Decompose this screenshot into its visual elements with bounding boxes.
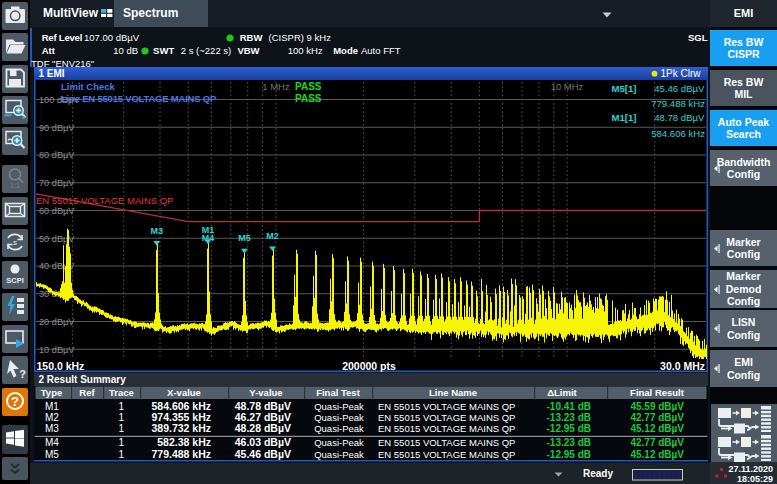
svg-text:M5: M5 <box>45 449 59 460</box>
svg-text:ΔLimit: ΔLimit <box>547 387 577 398</box>
svg-text:M5[1]: M5[1] <box>612 83 637 94</box>
svg-text:10 dBµV: 10 dBµV <box>39 345 75 355</box>
svg-text:Quasi-Peak: Quasi-Peak <box>314 412 364 423</box>
svg-text:Trace: Trace <box>109 387 134 398</box>
svg-text:Quasi-Peak: Quasi-Peak <box>314 401 364 412</box>
svg-text:60 dBµV: 60 dBµV <box>39 206 75 216</box>
svg-text:42.77 dBµV: 42.77 dBµV <box>630 437 684 448</box>
svg-text:1: 1 <box>118 412 124 423</box>
svg-text:M2: M2 <box>45 412 59 423</box>
svg-text:Line Name: Line Name <box>429 387 477 398</box>
svg-text:SCPI: SCPI <box>6 276 24 285</box>
svg-text:45.12 dBµV: 45.12 dBµV <box>630 423 684 434</box>
svg-text:X-value: X-value <box>167 387 201 398</box>
svg-text:48.28 dBµV: 48.28 dBµV <box>235 422 291 434</box>
svg-text:?: ? <box>11 394 19 409</box>
svg-text:M2: M2 <box>266 231 279 241</box>
svg-text:50 dBµV: 50 dBµV <box>39 234 75 244</box>
svg-text:10 MHz: 10 MHz <box>551 81 584 92</box>
svg-text:1: 1 <box>118 401 124 412</box>
svg-text:46.27 dBµV: 46.27 dBµV <box>235 411 291 423</box>
svg-text:Y-value: Y-value <box>249 387 282 398</box>
svg-text:Line EN 55015 VOLTAGE MAINS QP: Line EN 55015 VOLTAGE MAINS QP <box>61 93 217 104</box>
svg-text:2 Result Summary: 2 Result Summary <box>39 374 127 385</box>
svg-text:EN 55015 VOLTAGE MAINS QP: EN 55015 VOLTAGE MAINS QP <box>378 437 515 448</box>
svg-text:45.46 dBµV: 45.46 dBµV <box>235 448 291 460</box>
svg-text:1Pk Clrw: 1Pk Clrw <box>661 68 702 79</box>
svg-text:Ref: Ref <box>79 387 95 398</box>
svg-text:1: 1 <box>118 423 124 434</box>
svg-text:974.355 kHz: 974.355 kHz <box>151 411 211 423</box>
svg-text:M3: M3 <box>45 423 59 434</box>
svg-text:M1: M1 <box>45 401 59 412</box>
svg-text:582.38 kHz: 582.38 kHz <box>157 436 211 448</box>
svg-text:-12.95 dB: -12.95 dB <box>547 449 591 460</box>
svg-text:46.03 dBµV: 46.03 dBµV <box>235 436 291 448</box>
svg-text:20 dBµV: 20 dBµV <box>39 317 75 327</box>
svg-text:1:1: 1:1 <box>10 181 20 190</box>
svg-text:-13.23 dB: -13.23 dB <box>547 437 591 448</box>
svg-text:200000 pts: 200000 pts <box>342 360 396 372</box>
svg-text:779.488 kHz: 779.488 kHz <box>651 98 705 109</box>
svg-text:45.46 dBµV: 45.46 dBµV <box>654 83 705 94</box>
svg-text:45.59 dBµV: 45.59 dBµV <box>630 401 684 412</box>
svg-text:M1[1]: M1[1] <box>612 112 637 123</box>
svg-text:EN 55015 VOLTAGE MAINS QP: EN 55015 VOLTAGE MAINS QP <box>378 401 515 412</box>
svg-text:1 MHz: 1 MHz <box>262 81 290 92</box>
svg-text:1: 1 <box>118 449 124 460</box>
svg-text:M4: M4 <box>45 437 59 448</box>
svg-text:48.78 dBµV: 48.78 dBµV <box>654 112 705 123</box>
svg-text:-13.23 dB: -13.23 dB <box>547 412 591 423</box>
svg-text:1 EMI: 1 EMI <box>39 68 65 79</box>
svg-text:48.78 dBµV: 48.78 dBµV <box>235 400 291 412</box>
svg-text:584.606 kHz: 584.606 kHz <box>651 128 705 139</box>
svg-text:-12.95 dB: -12.95 dB <box>547 423 591 434</box>
svg-text:70 dBµV: 70 dBµV <box>39 178 75 188</box>
svg-text:Limit Check: Limit Check <box>61 81 116 92</box>
svg-text:M4: M4 <box>202 233 215 243</box>
svg-text:779.488 kHz: 779.488 kHz <box>151 448 211 460</box>
svg-text:Final Test: Final Test <box>316 387 360 398</box>
svg-text:389.732 kHz: 389.732 kHz <box>151 422 211 434</box>
svg-text:30.0 MHz: 30.0 MHz <box>660 360 705 372</box>
svg-text:EN 55015 VOLTAGE MAINS QP: EN 55015 VOLTAGE MAINS QP <box>378 423 515 434</box>
svg-text:PASS: PASS <box>295 81 322 92</box>
svg-text:M5: M5 <box>238 233 251 243</box>
svg-text:42.77 dBµV: 42.77 dBµV <box>630 412 684 423</box>
svg-text:?: ? <box>19 368 26 380</box>
svg-text:Final Result: Final Result <box>630 387 685 398</box>
svg-text:M3: M3 <box>150 226 163 236</box>
svg-text:s: s <box>13 238 17 247</box>
svg-text:Type: Type <box>41 387 62 398</box>
svg-text:45.12 dBµV: 45.12 dBµV <box>630 449 684 460</box>
svg-text:EN 55015 VOLTAGE MAINS QP: EN 55015 VOLTAGE MAINS QP <box>36 195 173 206</box>
svg-text:-10.41 dB: -10.41 dB <box>547 401 591 412</box>
svg-text:Quasi-Peak: Quasi-Peak <box>314 437 364 448</box>
svg-text:EN 55015 VOLTAGE MAINS QP: EN 55015 VOLTAGE MAINS QP <box>378 412 515 423</box>
svg-text:584.606 kHz: 584.606 kHz <box>151 400 211 412</box>
svg-text:EN 55015 VOLTAGE MAINS QP: EN 55015 VOLTAGE MAINS QP <box>378 449 515 460</box>
svg-text:1: 1 <box>118 437 124 448</box>
svg-text:Quasi-Peak: Quasi-Peak <box>314 449 364 460</box>
svg-text:Quasi-Peak: Quasi-Peak <box>314 423 364 434</box>
svg-text:150.0 kHz: 150.0 kHz <box>37 360 85 372</box>
svg-text:90 dBµV: 90 dBµV <box>39 123 75 133</box>
svg-text:PASS: PASS <box>295 93 322 104</box>
svg-text:80 dBµV: 80 dBµV <box>39 150 75 160</box>
